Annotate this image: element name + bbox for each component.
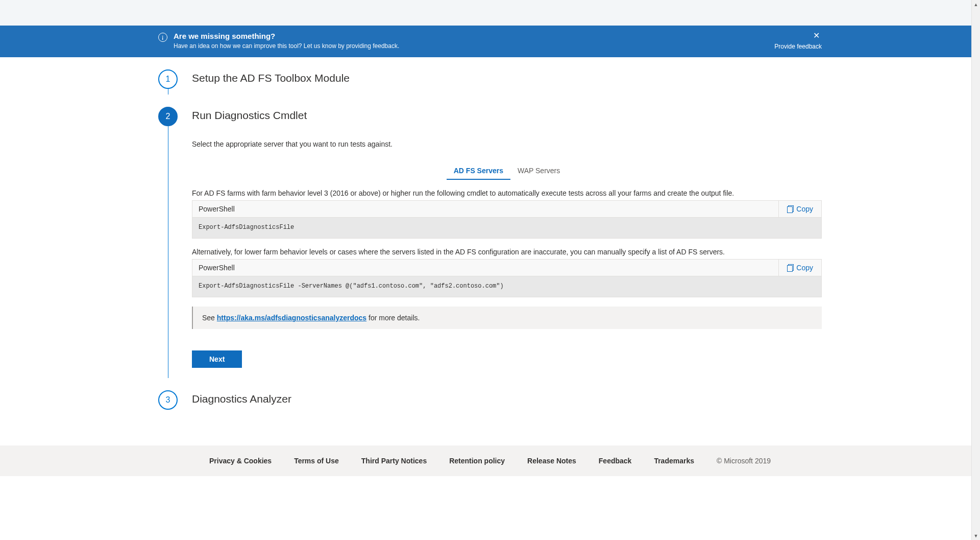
info-icon <box>158 33 167 42</box>
scroll-up-arrow[interactable]: ▲ <box>972 0 980 9</box>
scroll-down-arrow[interactable]: ▼ <box>972 531 980 540</box>
code-lang-label: PowerShell <box>192 260 241 276</box>
feedback-banner: Are we missing something? Have an idea o… <box>0 26 980 57</box>
next-button[interactable]: Next <box>192 350 242 368</box>
footer-release[interactable]: Release Notes <box>527 457 576 465</box>
copy-label: Copy <box>796 205 813 213</box>
footer-privacy[interactable]: Privacy & Cookies <box>209 457 272 465</box>
tab-adfs-servers[interactable]: AD FS Servers <box>447 163 510 180</box>
banner-title: Are we missing something? <box>174 32 764 40</box>
footer-copyright: © Microsoft 2019 <box>717 457 771 465</box>
step-3-title: Diagnostics Analyzer <box>192 390 822 405</box>
page-footer: Privacy & Cookies Terms of Use Third Par… <box>0 445 980 476</box>
top-spacer <box>0 0 980 26</box>
note-prefix: See <box>202 314 217 322</box>
vertical-scrollbar[interactable]: ▲ ▼ <box>971 0 980 540</box>
instruction-2: Alternatively, for lower farm behavior l… <box>192 248 822 256</box>
close-icon[interactable]: ✕ <box>811 32 822 40</box>
copy-button-1[interactable]: Copy <box>778 201 821 217</box>
copy-icon <box>787 264 793 271</box>
footer-thirdparty[interactable]: Third Party Notices <box>361 457 427 465</box>
code-content-1[interactable]: Export-AdfsDiagnosticsFile <box>192 218 821 238</box>
banner-subtitle: Have an idea on how we can improve this … <box>174 42 764 50</box>
footer-trademarks[interactable]: Trademarks <box>654 457 694 465</box>
step-connector <box>168 89 168 95</box>
server-tabs: AD FS Servers WAP Servers <box>192 163 822 180</box>
code-content-2[interactable]: Export-AdfsDiagnosticsFile -ServerNames … <box>192 276 821 297</box>
copy-icon <box>787 205 793 213</box>
footer-feedback[interactable]: Feedback <box>599 457 632 465</box>
code-block-2: PowerShell Copy Export-AdfsDiagnosticsFi… <box>192 259 822 297</box>
footer-retention[interactable]: Retention policy <box>449 457 505 465</box>
code-block-1: PowerShell Copy Export-AdfsDiagnosticsFi… <box>192 200 822 239</box>
note-box: See https://aka.ms/adfsdiagnosticsanalyz… <box>192 307 822 329</box>
step-2-title: Run Diagnostics Cmdlet <box>192 107 822 122</box>
note-link[interactable]: https://aka.ms/adfsdiagnosticsanalyzerdo… <box>217 314 366 322</box>
copy-label: Copy <box>796 264 813 272</box>
step-1-title: Setup the AD FS Toolbox Module <box>192 69 822 84</box>
provide-feedback-link[interactable]: Provide feedback <box>774 43 822 50</box>
footer-terms[interactable]: Terms of Use <box>294 457 339 465</box>
step-3-badge[interactable]: 3 <box>158 390 178 410</box>
tab-wap-servers[interactable]: WAP Servers <box>510 163 567 180</box>
step-1-badge[interactable]: 1 <box>158 69 178 89</box>
code-lang-label: PowerShell <box>192 201 241 217</box>
step-2-intro: Select the appropriate server that you w… <box>192 140 822 148</box>
copy-button-2[interactable]: Copy <box>778 260 821 276</box>
step-connector <box>168 126 168 378</box>
main-content: 1 Setup the AD FS Toolbox Module 2 Run D… <box>151 57 829 430</box>
note-suffix: for more details. <box>369 314 420 322</box>
step-2-badge[interactable]: 2 <box>158 107 178 126</box>
instruction-1: For AD FS farms with farm behavior level… <box>192 189 822 197</box>
